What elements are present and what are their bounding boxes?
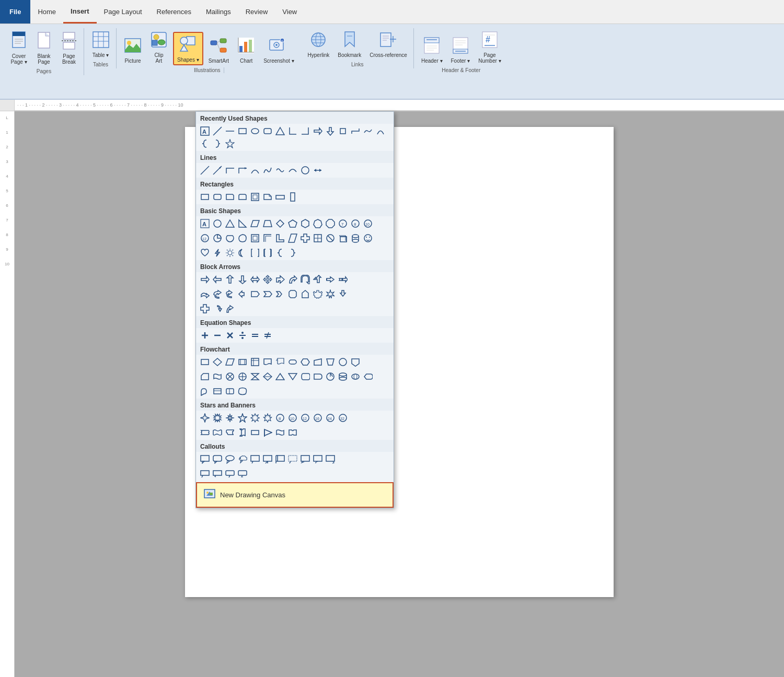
basic-left-brace[interactable] [274,247,286,259]
line-curved[interactable] [249,165,261,176]
flow-merge[interactable] [287,371,298,382]
basic-right-triangle[interactable] [237,218,248,229]
block-arrow-left-up[interactable] [312,274,324,285]
flow-data[interactable] [224,356,236,368]
block-arrow-down[interactable] [237,274,248,285]
shape-right-arrow[interactable] [312,125,324,137]
flow-decision[interactable] [212,356,223,368]
menu-file[interactable]: File [0,0,30,24]
basic-circle7[interactable]: 7 [337,218,349,229]
flow-document[interactable] [262,356,273,368]
basic-diagonal-stripe[interactable] [287,232,298,244]
basic-teardrop[interactable] [237,232,248,244]
menu-references[interactable]: References [149,0,199,24]
star-circle24[interactable]: 24 [325,412,336,424]
block-arrow-curved-up[interactable] [224,303,236,314]
callout-rounded[interactable] [212,453,223,465]
basic-bracket-pair[interactable] [249,247,261,259]
banner-ribbon[interactable] [287,427,298,438]
block-arrow-pentagon[interactable] [249,288,261,300]
banner-no-point[interactable] [274,427,286,438]
banner-pennant[interactable] [262,427,273,438]
basic-plus[interactable] [312,232,324,244]
menu-insert[interactable]: Insert [63,0,96,24]
line-dbl-arrow[interactable] [312,165,324,176]
banner-scroll-v[interactable] [237,427,248,438]
callout-line-bent[interactable] [312,453,324,465]
shape-down-arrow[interactable] [325,125,336,137]
star-circle8[interactable]: 8 [274,412,286,424]
block-arrow-cross[interactable] [199,303,211,314]
star-circle12[interactable]: 12 [299,412,311,424]
block-arrow-home[interactable] [299,288,311,300]
line-scribble[interactable] [274,165,286,176]
rect-folded[interactable] [262,191,273,203]
basic-frame[interactable] [249,232,261,244]
callout-small4[interactable] [237,468,248,480]
block-arrow-striped[interactable] [325,274,336,285]
chart-button[interactable]: Chart [234,35,258,65]
flow-connector[interactable] [337,356,349,368]
block-arrow-chevron[interactable] [262,288,273,300]
shape-right-angle2[interactable] [299,125,311,137]
flow-prepare[interactable] [299,356,311,368]
flow-terminate[interactable] [287,356,298,368]
flow-punched-tape[interactable] [212,371,223,382]
banner-stripe[interactable] [249,427,261,438]
block-arrow-chevron2[interactable] [274,288,286,300]
smartart-button[interactable]: SmartArt [205,35,232,65]
menu-home[interactable]: Home [30,0,63,24]
screenshot-button[interactable]: + Screenshot ▾ [260,35,297,65]
basic-octagon[interactable] [325,218,336,229]
callout-line-left[interactable] [299,453,311,465]
flow-card[interactable] [199,371,211,382]
shape-right-angle[interactable] [287,125,298,137]
bookmark-button[interactable]: Bookmark [335,29,364,60]
block-arrow-swoosh[interactable] [212,288,223,300]
star-circle10[interactable]: 10 [287,412,298,424]
basic-parallelogram[interactable] [249,218,261,229]
block-arrow-gear[interactable] [312,288,324,300]
callout-accented[interactable] [274,453,286,465]
star-4pt-accent[interactable] [224,412,236,424]
flow-sequential-access[interactable] [325,371,336,382]
basic-circle8[interactable]: 8 [350,218,361,229]
eq-minus[interactable] [212,330,223,341]
menu-mailings[interactable]: Mailings [199,0,238,24]
basic-heart[interactable] [199,247,211,259]
star-circle16[interactable]: 16 [312,412,324,424]
shape-star5[interactable] [224,138,236,149]
banner-curved[interactable] [199,427,211,438]
block-arrow-all[interactable] [262,274,273,285]
footer-button[interactable]: Footer ▾ [448,35,474,65]
shape-oval[interactable] [249,125,261,137]
callout-oval[interactable] [224,453,236,465]
rect-frame[interactable] [249,191,261,203]
shapes-button[interactable]: Shapes ▾ [173,32,203,65]
block-arrow-quad[interactable] [287,288,298,300]
line-arc[interactable] [287,165,298,176]
rect-snip-corner[interactable] [224,191,236,203]
shape-line-diag[interactable] [212,125,223,137]
basic-sun[interactable] [224,247,236,259]
block-arrow-curvy[interactable] [199,288,211,300]
line-circle[interactable] [299,165,311,176]
menu-view[interactable]: View [275,0,304,24]
line-elbow[interactable] [224,165,236,176]
line-arrow[interactable] [212,165,223,176]
rect-wide[interactable] [274,191,286,203]
block-arrow-up[interactable] [224,274,236,285]
flow-misc3[interactable] [224,386,236,397]
basic-double-bracket[interactable] [262,247,273,259]
basic-circle10[interactable]: 10 [362,218,374,229]
basic-cylinder[interactable] [350,232,361,244]
basic-circle12[interactable]: 12 [199,232,211,244]
flow-internal-storage[interactable] [249,356,261,368]
cover-page-button[interactable]: CoverPage ▾ [7,29,30,66]
flow-stored-data[interactable] [299,371,311,382]
shape-wave[interactable] [362,125,374,137]
hyperlink-button[interactable]: Hyperlink [305,29,333,60]
eq-plus[interactable] [199,330,211,341]
menu-review[interactable]: Review [238,0,275,24]
eq-not-equals[interactable] [262,330,273,341]
